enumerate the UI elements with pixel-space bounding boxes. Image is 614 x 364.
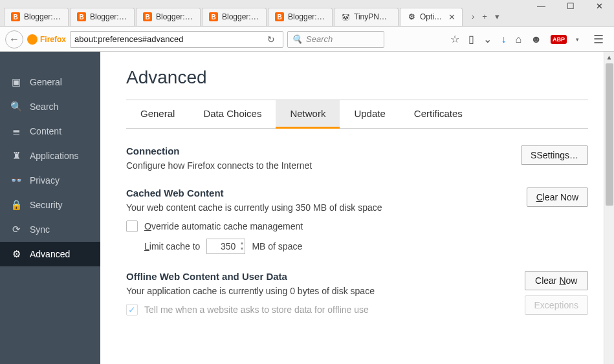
offline-exceptions-button[interactable]: Exceptions bbox=[525, 295, 588, 315]
window-close[interactable]: ✕ bbox=[585, 0, 614, 13]
offline-tell-checkbox[interactable]: ✓ bbox=[126, 304, 138, 316]
cache-limit-input[interactable]: 350▴▾ bbox=[206, 239, 245, 254]
search-icon: 🔍 bbox=[10, 101, 22, 112]
reload-icon[interactable]: ↻ bbox=[263, 34, 279, 45]
identity-label: Firefox bbox=[40, 35, 66, 44]
offline-text: Your application cache is currently usin… bbox=[126, 286, 517, 296]
vertical-scrollbar[interactable]: ▲ bbox=[604, 52, 614, 364]
subtab-general[interactable]: General bbox=[126, 100, 189, 128]
tab-label: TinyPNG … bbox=[354, 12, 391, 21]
sidebar-item-applications[interactable]: ♜Applications bbox=[0, 144, 100, 168]
subtab-network[interactable]: Network bbox=[276, 100, 340, 129]
window-minimize[interactable]: — bbox=[527, 0, 556, 13]
cache-text: Your web content cache is currently usin… bbox=[126, 202, 519, 213]
sidebar-label: Advanced bbox=[30, 249, 70, 259]
blogger-favicon-icon: B bbox=[209, 12, 218, 21]
sidebar-label: Sync bbox=[30, 224, 50, 235]
sidebar-label: Privacy bbox=[30, 175, 60, 186]
site-identity[interactable]: Firefox bbox=[27, 34, 66, 45]
window-maximize[interactable]: ☐ bbox=[556, 0, 585, 13]
clear-offline-button[interactable]: Clear Now bbox=[525, 271, 588, 290]
browser-tab[interactable]: BBlogger: … bbox=[202, 8, 267, 26]
content-icon: ≣ bbox=[10, 125, 22, 137]
window-titlebar: — ☐ ✕ bbox=[0, 0, 614, 6]
blogger-favicon-icon: B bbox=[11, 12, 20, 21]
bookmark-star-icon[interactable]: ☆ bbox=[450, 33, 459, 45]
gear-favicon-icon: ⚙ bbox=[407, 12, 416, 21]
limit-cache-suffix: MB of space bbox=[252, 241, 302, 252]
sidebar-item-security[interactable]: 🔒Security bbox=[0, 193, 100, 217]
tabs-dropdown-icon[interactable]: ▾ bbox=[495, 12, 499, 21]
cache-heading: Cached Web Content bbox=[126, 187, 519, 198]
scroll-thumb[interactable] bbox=[606, 63, 613, 206]
override-cache-label: Override automatic cache management bbox=[144, 221, 303, 231]
search-placeholder: Search bbox=[306, 34, 333, 44]
page-title: Advanced bbox=[126, 67, 588, 88]
search-bar[interactable]: 🔍 Search bbox=[287, 31, 384, 48]
privacy-icon: 👓 bbox=[10, 175, 22, 186]
tab-overflow-icon[interactable]: › bbox=[472, 12, 474, 21]
abp-dropdown-icon[interactable]: ▾ bbox=[576, 36, 579, 43]
general-icon: ▣ bbox=[10, 76, 22, 88]
browser-tab-active[interactable]: ⚙Opti…✕ bbox=[400, 8, 463, 26]
url-text: about:preferences#advanced bbox=[74, 34, 263, 44]
tab-strip: BBlogger: … BBlogger: … BBlogger: … BBlo… bbox=[0, 6, 614, 27]
blogger-favicon-icon: B bbox=[77, 12, 86, 21]
browser-tab[interactable]: BBlogger: … bbox=[136, 8, 201, 26]
tab-label: Blogger: … bbox=[156, 12, 193, 21]
advanced-icon: ⚙ bbox=[10, 248, 22, 260]
close-tab-icon[interactable]: ✕ bbox=[448, 12, 455, 22]
content-pane: Advanced General Data Choices Network Up… bbox=[100, 52, 614, 364]
sidebar-item-content[interactable]: ≣Content bbox=[0, 119, 100, 144]
subtab-data-choices[interactable]: Data Choices bbox=[189, 100, 276, 128]
preferences-sidebar: ▣General 🔍Search ≣Content ♜Applications … bbox=[0, 52, 100, 364]
spinner-icon[interactable]: ▴▾ bbox=[241, 240, 243, 252]
downloads-icon[interactable]: ↓ bbox=[501, 34, 506, 45]
tab-label: Blogger: … bbox=[24, 12, 61, 21]
sidebar-item-general[interactable]: ▣General bbox=[0, 70, 100, 94]
applications-icon: ♜ bbox=[10, 150, 22, 162]
subtab-certificates[interactable]: Certificates bbox=[400, 100, 477, 128]
firefox-icon bbox=[27, 34, 38, 45]
sidebar-label: Search bbox=[30, 102, 58, 112]
sidebar-label: Security bbox=[30, 200, 63, 210]
scroll-up-icon[interactable]: ▲ bbox=[604, 52, 614, 62]
pocket-icon[interactable]: ⌄ bbox=[483, 33, 492, 45]
chat-icon[interactable]: ☻ bbox=[531, 34, 542, 45]
browser-tab[interactable]: BBlogger: … bbox=[4, 8, 69, 26]
home-icon[interactable]: ⌂ bbox=[515, 34, 521, 45]
limit-cache-label: Limit cache to bbox=[144, 241, 200, 252]
connection-settings-button[interactable]: SSettings… bbox=[521, 145, 588, 165]
url-bar[interactable]: about:preferences#advanced ↻ bbox=[70, 31, 283, 48]
subtab-bar: General Data Choices Network Update Cert… bbox=[126, 100, 588, 129]
sidebar-item-search[interactable]: 🔍Search bbox=[0, 94, 100, 119]
tab-label: Blogger: … bbox=[288, 12, 325, 21]
browser-tab[interactable]: BBlogger: … bbox=[268, 8, 333, 26]
back-button[interactable]: ← bbox=[5, 30, 23, 48]
nav-toolbar: ← Firefox about:preferences#advanced ↻ 🔍… bbox=[0, 27, 614, 52]
offline-tell-label: Tell me when a website asks to store dat… bbox=[144, 305, 369, 315]
tinypng-favicon-icon: 🐼 bbox=[341, 12, 350, 21]
sidebar-label: Content bbox=[30, 126, 61, 136]
new-tab-button[interactable]: + bbox=[482, 12, 487, 21]
connection-heading: Connection bbox=[126, 145, 513, 156]
browser-tab[interactable]: BBlogger: … bbox=[70, 8, 135, 26]
sidebar-item-privacy[interactable]: 👓Privacy bbox=[0, 168, 100, 193]
sidebar-item-advanced[interactable]: ⚙Advanced bbox=[0, 242, 100, 266]
browser-tab[interactable]: 🐼TinyPNG … bbox=[334, 8, 399, 26]
adblock-icon[interactable]: ABP bbox=[551, 35, 567, 44]
override-cache-checkbox[interactable] bbox=[126, 220, 138, 232]
hamburger-menu-icon[interactable]: ☰ bbox=[593, 32, 604, 47]
security-icon: 🔒 bbox=[10, 199, 22, 211]
reader-view-icon[interactable]: ▯ bbox=[468, 33, 474, 45]
tab-label: Blogger: … bbox=[90, 12, 127, 21]
sidebar-item-sync[interactable]: ⟳Sync bbox=[0, 217, 100, 242]
tab-label: Opti… bbox=[420, 12, 442, 21]
sidebar-label: Applications bbox=[30, 151, 79, 161]
blogger-favicon-icon: B bbox=[275, 12, 284, 21]
subtab-update[interactable]: Update bbox=[340, 100, 399, 128]
clear-cache-button[interactable]: Clear Now bbox=[527, 187, 588, 207]
connection-text: Configure how Firefox connects to the In… bbox=[126, 160, 513, 171]
blogger-favicon-icon: B bbox=[143, 12, 152, 21]
offline-heading: Offline Web Content and User Data bbox=[126, 271, 517, 282]
